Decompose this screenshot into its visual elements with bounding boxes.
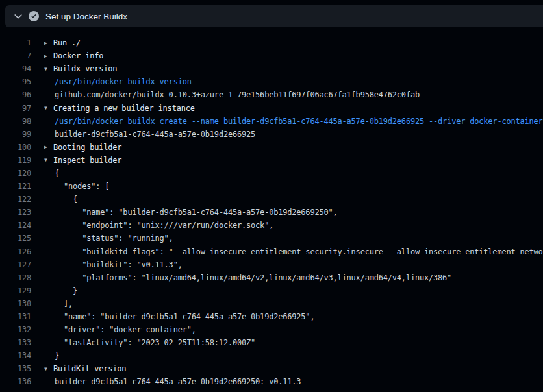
log-line: 7▶Docker info [0,49,543,62]
line-number[interactable]: 124 [0,221,31,230]
line-number[interactable]: 120 [0,169,31,178]
line-number[interactable]: 100 [0,143,31,152]
log-line: 100▶Booting builder [0,141,543,154]
output-text: { [44,169,543,178]
output-text: { [44,195,543,204]
line-number[interactable]: 125 [0,234,31,243]
log-line: 128 "platforms": "linux/amd64,linux/amd6… [0,271,543,284]
log-group-toggle[interactable]: ▼Creating a new builder instance [44,104,543,113]
output-text: "driver": "docker-container", [44,325,543,334]
log-line: 130 ], [0,297,543,310]
log-line: 124 "endpoint": "unix:///var/run/docker.… [0,219,543,232]
output-text: "lastActivity": "2023-02-25T11:58:12.000… [44,338,543,347]
log-group-toggle[interactable]: ▼BuildKit version [44,364,543,373]
triangle-right-icon[interactable]: ▶ [44,144,53,150]
output-text: builder-d9cfb5a1-c764-445a-a57e-0b19d2e6… [44,130,543,139]
output-text: "endpoint": "unix:///var/run/docker.sock… [44,221,543,230]
group-title: Run ./ [53,38,81,47]
line-number[interactable]: 136 [0,377,31,386]
group-title: Inspect builder [53,156,121,165]
group-title: Creating a new builder instance [53,104,195,113]
line-number[interactable]: 133 [0,338,31,347]
line-number[interactable]: 1 [0,38,31,47]
output-text: "nodes": [ [44,182,543,191]
line-number[interactable]: 119 [0,156,31,165]
line-number[interactable]: 132 [0,325,31,334]
line-number[interactable]: 135 [0,364,31,373]
line-number[interactable]: 134 [0,351,31,360]
log-line: 126 "buildkitd-flags": "--allow-insecure… [0,245,543,258]
chevron-down-icon[interactable] [13,11,23,21]
check-circle-icon [29,11,39,21]
triangle-down-icon[interactable]: ▼ [44,366,53,372]
step-header[interactable]: Set up Docker Buildx [5,5,543,27]
triangle-right-icon[interactable]: ▶ [44,40,53,46]
line-number[interactable]: 131 [0,312,31,321]
output-text: "buildkit": "v0.11.3", [44,260,543,269]
log-line: 98/usr/bin/docker buildx create --name b… [0,115,543,128]
log-group-toggle[interactable]: ▶Booting builder [44,143,543,152]
output-text: github.com/docker/buildx 0.10.3+azure-1 … [44,90,543,99]
line-number[interactable]: 96 [0,90,31,99]
log-lines: 1▶Run ./7▶Docker info94▼Buildx version95… [0,36,543,389]
log-line: 96github.com/docker/buildx 0.10.3+azure-… [0,88,543,101]
output-text: } [44,351,543,360]
log-line: 99builder-d9cfb5a1-c764-445a-a57e-0b19d2… [0,128,543,141]
group-title: Buildx version [53,64,117,73]
group-title: Booting builder [53,143,121,152]
log-line: 134} [0,349,543,362]
log-line: 129 } [0,284,543,297]
log-line: 122 { [0,193,543,206]
log-line: 123 "name": "builder-d9cfb5a1-c764-445a-… [0,206,543,219]
log-line: 119▼Inspect builder [0,154,543,167]
line-number[interactable]: 130 [0,299,31,308]
output-text: "status": "running", [44,234,543,243]
line-number[interactable]: 127 [0,260,31,269]
triangle-down-icon[interactable]: ▼ [44,66,53,72]
output-text: "name": "builder-d9cfb5a1-c764-445a-a57e… [44,312,543,321]
output-text: "platforms": "linux/amd64,linux/amd64/v2… [44,273,543,282]
line-number[interactable]: 97 [0,104,31,113]
log-group-toggle[interactable]: ▼Inspect builder [44,156,543,165]
log-line: 97▼Creating a new builder instance [0,101,543,114]
triangle-down-icon[interactable]: ▼ [44,157,53,163]
output-text: "name": "builder-d9cfb5a1-c764-445a-a57e… [44,208,543,217]
log-line: 1▶Run ./ [0,36,543,49]
log-line: 133 "lastActivity": "2023-02-25T11:58:12… [0,336,543,349]
log-line: 94▼Buildx version [0,62,543,75]
command-text: /usr/bin/docker buildx version [44,77,543,86]
log-line: 95/usr/bin/docker buildx version [0,75,543,88]
log-line: 121 "nodes": [ [0,180,543,193]
line-number[interactable]: 128 [0,273,31,282]
log-line: 135▼BuildKit version [0,362,543,375]
line-number[interactable]: 95 [0,77,31,86]
line-number[interactable]: 94 [0,64,31,73]
step-title: Set up Docker Buildx [45,12,127,21]
output-text: ], [44,299,543,308]
command-text: /usr/bin/docker buildx create --name bui… [44,117,543,126]
line-number[interactable]: 129 [0,286,31,295]
log-line: 127 "buildkit": "v0.11.3", [0,258,543,271]
output-text: builder-d9cfb5a1-c764-445a-a57e-0b19d2e6… [44,377,543,386]
log-group-toggle[interactable]: ▼Buildx version [44,64,543,73]
log-line: 132 "driver": "docker-container", [0,323,543,336]
log-line: 131 "name": "builder-d9cfb5a1-c764-445a-… [0,310,543,323]
line-number[interactable]: 123 [0,208,31,217]
line-number[interactable]: 7 [0,51,31,60]
line-number[interactable]: 121 [0,182,31,191]
log-line: 136builder-d9cfb5a1-c764-445a-a57e-0b19d… [0,375,543,388]
output-text: } [44,286,543,295]
log-group-toggle[interactable]: ▶Docker info [44,51,543,60]
output-text: "buildkitd-flags": "--allow-insecure-ent… [44,247,543,256]
line-number[interactable]: 99 [0,130,31,139]
log-line: 120{ [0,167,543,180]
line-number[interactable]: 126 [0,247,31,256]
triangle-right-icon[interactable]: ▶ [44,53,53,59]
line-number[interactable]: 98 [0,117,31,126]
log-container: 1▶Run ./7▶Docker info94▼Buildx version95… [0,27,543,389]
group-title: BuildKit version [53,364,126,373]
log-group-toggle[interactable]: ▶Run ./ [44,38,543,47]
log-line: 125 "status": "running", [0,232,543,245]
triangle-down-icon[interactable]: ▼ [44,105,53,111]
line-number[interactable]: 122 [0,195,31,204]
